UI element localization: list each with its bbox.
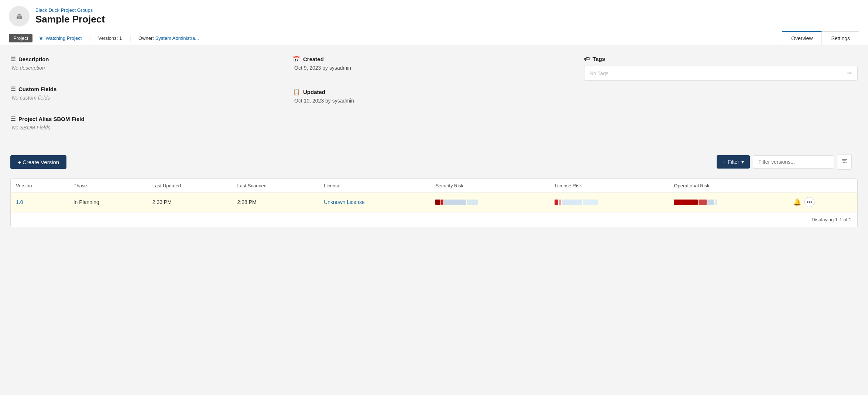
versions-toolbar: + Create Version + Filter ▾ xyxy=(10,148,858,176)
filter-versions-input[interactable] xyxy=(753,155,834,169)
versions-area: Version Phase Last Updated Last Scanned … xyxy=(10,179,858,227)
security-critical-seg xyxy=(435,200,440,205)
overview-right-col: 🏷 Tags No Tags ✏ xyxy=(575,56,858,138)
owner-info: Owner: System Administra... xyxy=(138,32,199,44)
page-wrapper: Black Duck Project Groups Sample Project… xyxy=(0,0,868,395)
filter-group: + Filter ▾ xyxy=(717,154,852,170)
cell-security-risk xyxy=(430,193,549,212)
star-icon: ★ xyxy=(38,35,44,42)
cell-last-scanned: 2:28 PM xyxy=(232,193,319,212)
op-medium-seg xyxy=(707,200,714,205)
divider-2: | xyxy=(129,34,131,42)
created-value: Oct 9, 2023 by sysadmin xyxy=(293,65,566,71)
tags-placeholder: No Tags xyxy=(590,70,608,76)
cell-license-risk xyxy=(549,193,669,212)
updated-icon: 📋 xyxy=(293,89,300,96)
op-critical-seg xyxy=(674,200,698,205)
cell-phase: In Planning xyxy=(68,193,147,212)
project-name: Sample Project xyxy=(35,14,105,25)
cell-version: 1.0 xyxy=(11,193,68,212)
table-body: 1.0 In Planning 2:33 PM 2:28 PM Unknown … xyxy=(11,193,857,212)
versions-count: Versions: 1 xyxy=(98,32,122,44)
license-critical-seg xyxy=(555,200,558,205)
svg-point-2 xyxy=(17,17,18,19)
operational-risk-bar xyxy=(674,200,718,205)
created-title: 📅 Created xyxy=(293,56,566,63)
cell-license: Unknown License xyxy=(319,193,430,212)
col-last-updated: Last Updated xyxy=(147,179,232,193)
col-security-risk: Security Risk xyxy=(430,179,549,193)
created-icon: 📅 xyxy=(293,56,300,63)
project-title-group: Black Duck Project Groups Sample Project xyxy=(35,7,105,25)
cell-row-actions: 🔔 ••• xyxy=(788,193,857,212)
pagination-text: Displaying 1-1 of 1 xyxy=(11,212,857,227)
custom-fields-icon: ☰ xyxy=(10,86,16,93)
op-low-seg xyxy=(715,200,717,205)
cell-last-updated: 2:33 PM xyxy=(147,193,232,212)
description-icon: ☰ xyxy=(10,56,16,63)
filter-plus-icon: + xyxy=(723,159,725,165)
cell-operational-risk xyxy=(669,193,788,212)
custom-fields-value: No custom fields xyxy=(10,95,284,101)
license-medium-seg xyxy=(562,200,582,205)
filter-button[interactable]: + Filter ▾ xyxy=(717,155,750,169)
owner-link[interactable]: System Administra... xyxy=(155,35,199,41)
license-link[interactable]: Unknown License xyxy=(324,199,365,205)
filter-chevron-icon: ▾ xyxy=(741,159,744,165)
more-button[interactable]: ••• xyxy=(804,197,814,207)
col-operational-risk: Operational Risk xyxy=(669,179,788,193)
tags-section: 🏷 Tags No Tags ✏ xyxy=(575,56,858,81)
security-medium-seg xyxy=(444,200,466,205)
alarm-icon[interactable]: 🔔 xyxy=(793,198,801,206)
updated-section: 📋 Updated Oct 10, 2023 by sysadmin xyxy=(293,89,575,111)
col-last-scanned: Last Scanned xyxy=(232,179,319,193)
project-group-name: Black Duck Project Groups xyxy=(35,7,105,13)
header-nav-left: Project ★ Watching Project | Versions: 1… xyxy=(9,32,205,45)
main-content: ☰ Description No description ☰ Custom Fi… xyxy=(0,45,868,233)
updated-title: 📋 Updated xyxy=(293,89,566,96)
tags-box: No Tags ✏ xyxy=(584,66,858,81)
col-actions xyxy=(788,179,857,193)
tab-overview[interactable]: Overview xyxy=(782,31,822,45)
tags-edit-icon[interactable]: ✏ xyxy=(847,70,852,77)
tab-settings[interactable]: Settings xyxy=(822,31,859,45)
col-license: License xyxy=(319,179,430,193)
watch-label: Watching Project xyxy=(45,35,82,41)
license-low-seg xyxy=(583,200,598,205)
project-badge[interactable]: Project xyxy=(9,34,32,42)
sbom-section: ☰ Project Alias SBOM Field No SBOM Field… xyxy=(10,115,293,138)
svg-point-4 xyxy=(18,14,20,15)
filter-sort-icon[interactable] xyxy=(837,154,852,170)
description-title: ☰ Description xyxy=(10,56,284,63)
versions-table: Version Phase Last Updated Last Scanned … xyxy=(11,179,857,212)
overview-grid: ☰ Description No description ☰ Custom Fi… xyxy=(10,56,858,138)
header: Black Duck Project Groups Sample Project… xyxy=(0,0,868,45)
filter-label: Filter xyxy=(728,159,739,165)
svg-marker-8 xyxy=(846,162,847,163)
license-risk-bar xyxy=(555,200,599,205)
tags-title: 🏷 Tags xyxy=(584,56,858,62)
tags-icon: 🏷 xyxy=(584,56,590,62)
project-logo xyxy=(9,6,30,27)
created-section: 📅 Created Oct 9, 2023 by sysadmin xyxy=(293,56,575,78)
table-row: 1.0 In Planning 2:33 PM 2:28 PM Unknown … xyxy=(11,193,857,212)
version-link[interactable]: 1.0 xyxy=(16,199,23,205)
create-version-button[interactable]: + Create Version xyxy=(10,155,66,169)
divider-1: | xyxy=(89,34,91,42)
header-top: Black Duck Project Groups Sample Project xyxy=(9,6,859,27)
sbom-icon: ☰ xyxy=(10,115,16,122)
custom-fields-title: ☰ Custom Fields xyxy=(10,86,284,93)
col-version: Version xyxy=(11,179,68,193)
security-low-seg xyxy=(467,200,478,205)
license-high-seg xyxy=(559,200,561,205)
header-nav: Project ★ Watching Project | Versions: 1… xyxy=(9,31,859,45)
security-high-seg xyxy=(441,200,443,205)
watch-project-button[interactable]: ★ Watching Project xyxy=(38,32,82,45)
header-nav-right: Overview Settings xyxy=(782,31,859,45)
svg-point-3 xyxy=(20,17,22,19)
description-value: No description xyxy=(10,65,284,71)
overview-middle-col: 📅 Created Oct 9, 2023 by sysadmin 📋 Upda… xyxy=(293,56,575,138)
custom-fields-section: ☰ Custom Fields No custom fields xyxy=(10,86,293,108)
sbom-value: No SBOM Fields xyxy=(10,125,284,131)
sbom-title: ☰ Project Alias SBOM Field xyxy=(10,115,284,122)
